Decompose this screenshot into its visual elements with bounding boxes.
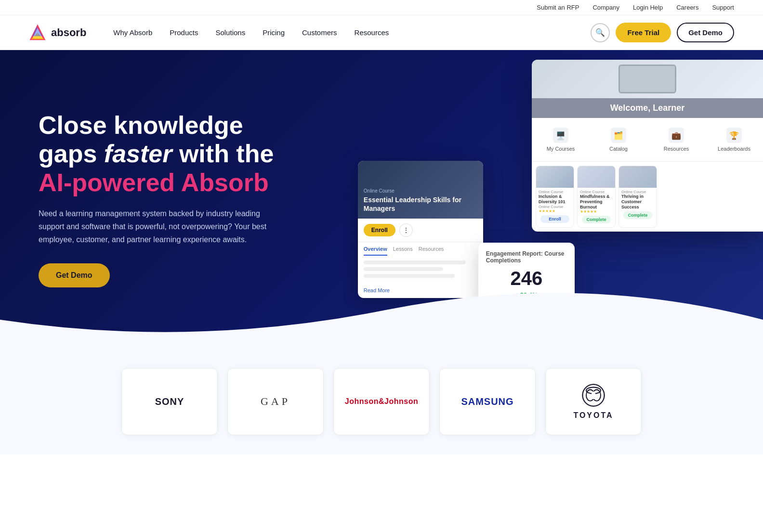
laptop-shape: [618, 65, 676, 93]
customer-card-sony: SONY: [121, 368, 218, 435]
topbar-login-help[interactable]: Login Help: [633, 4, 663, 11]
mockup-header-image: [532, 60, 763, 98]
hero-title-faster: faster: [104, 140, 172, 168]
tab-resources[interactable]: Resources: [419, 246, 444, 256]
catalog-icon: 🗂️: [611, 128, 626, 143]
course-mini-3: Online Course Thriving in Customer Succe…: [618, 166, 657, 228]
sony-logo: SONY: [155, 396, 184, 407]
nav-links: Why Absorb Products Solutions Pricing Cu…: [105, 25, 591, 40]
free-trial-button[interactable]: Free Trial: [616, 23, 671, 42]
customers-section: SONY GAP Johnson&Johnson SAMSUNG TOYOTA: [0, 349, 763, 454]
svg-marker-2: [32, 26, 43, 36]
hero-title: Close knowledge gaps faster with the AI-…: [39, 111, 274, 197]
leaderboards-icon: 🏆: [726, 128, 742, 143]
engagement-title: Engagement Report: Course Completions: [486, 250, 567, 264]
get-demo-nav-button[interactable]: Get Demo: [677, 23, 734, 42]
tab-lessons[interactable]: Lessons: [393, 246, 413, 256]
gap-logo: GAP: [261, 395, 290, 408]
main-nav: absorb Why Absorb Products Solutions Pri…: [0, 15, 763, 50]
course-card-tabs: Overview Lessons Resources: [358, 242, 483, 256]
hero-subtitle: Need a learning management system backed…: [39, 207, 270, 247]
customer-card-toyota: TOYOTA: [545, 368, 642, 435]
customers-grid: SONY GAP Johnson&Johnson SAMSUNG TOYOTA: [29, 368, 734, 435]
topbar-careers[interactable]: Careers: [676, 4, 698, 11]
nav-resources[interactable]: Resources: [347, 25, 397, 40]
get-demo-hero-button[interactable]: Get Demo: [39, 263, 110, 287]
course-card-tag: Online Course: [364, 188, 477, 194]
mockup-nav-my-courses: 🖥️ My Courses: [532, 124, 590, 156]
hero-section: Close knowledge gaps faster with the AI-…: [0, 50, 763, 349]
toyota-logo-text: TOYOTA: [573, 411, 613, 420]
hero-title-ai: AI-powered Absorb: [39, 169, 269, 196]
nav-pricing[interactable]: Pricing: [255, 25, 292, 40]
hero-content: Close knowledge gaps faster with the AI-…: [0, 82, 303, 317]
logo-text: absorb: [51, 26, 86, 39]
hero-title-with: with the: [172, 140, 274, 168]
course-list-row: Online Course Inclusion & Diversity 101 …: [532, 162, 763, 232]
engagement-number: 246: [486, 268, 567, 289]
course-card-title: Essential Leadership Skills for Managers: [364, 195, 477, 213]
lms-dashboard-mockup: Welcome, Learner 🖥️ My Courses 🗂️ Catalo…: [532, 60, 763, 232]
jj-logo: Johnson&Johnson: [345, 397, 418, 406]
hero-title-gaps: gaps: [39, 140, 104, 168]
nav-actions: 🔍 Free Trial Get Demo: [591, 23, 734, 42]
topbar-rfp[interactable]: Submit an RFP: [537, 4, 579, 11]
top-bar: Submit an RFP Company Login Help Careers…: [0, 0, 763, 15]
nav-products[interactable]: Products: [162, 25, 206, 40]
mockup-nav-catalog: 🗂️ Catalog: [590, 124, 647, 156]
samsung-logo: SAMSUNG: [461, 396, 513, 407]
course-card-actions: Enroll ⋮: [358, 219, 483, 242]
tab-overview[interactable]: Overview: [364, 246, 387, 256]
customer-card-gap: GAP: [227, 368, 324, 435]
toyota-logo-container: TOYOTA: [573, 383, 613, 420]
mockup-nav-resources: 💼 Resources: [647, 124, 705, 156]
resources-icon: 💼: [669, 128, 684, 143]
svg-point-8: [592, 391, 595, 400]
absorb-logo-icon: [29, 24, 46, 41]
course-mini-2: Online Course Mindfulness & Preventing B…: [577, 166, 616, 228]
topbar-company[interactable]: Company: [592, 4, 619, 11]
search-icon: 🔍: [595, 28, 605, 37]
toyota-emblem-icon: [581, 383, 605, 407]
mockup-nav-leaderboards: 🏆 Leaderboards: [705, 124, 763, 156]
my-courses-icon: 🖥️: [553, 128, 568, 143]
logo-link[interactable]: absorb: [29, 24, 86, 41]
search-button[interactable]: 🔍: [591, 23, 610, 42]
mockup-welcome-text: Welcome, Learner: [532, 98, 763, 118]
nav-customers[interactable]: Customers: [294, 25, 345, 40]
topbar-support[interactable]: Support: [712, 4, 734, 11]
course-card-body: [358, 256, 483, 285]
course-card-image: Online Course Essential Leadership Skill…: [358, 161, 483, 219]
enroll-button[interactable]: Enroll: [364, 224, 395, 236]
course-card-mockup: Online Course Essential Leadership Skill…: [358, 161, 483, 298]
nav-why-absorb[interactable]: Why Absorb: [105, 25, 160, 40]
customer-card-samsung: SAMSUNG: [439, 368, 536, 435]
mockup-nav-icons: 🖥️ My Courses 🗂️ Catalog 💼 Resources 🏆 L…: [532, 118, 763, 162]
more-button[interactable]: ⋮: [399, 223, 413, 237]
customer-card-jj: Johnson&Johnson: [333, 368, 430, 435]
course-mini-1: Online Course Inclusion & Diversity 101 …: [536, 166, 574, 228]
nav-solutions[interactable]: Solutions: [208, 25, 253, 40]
